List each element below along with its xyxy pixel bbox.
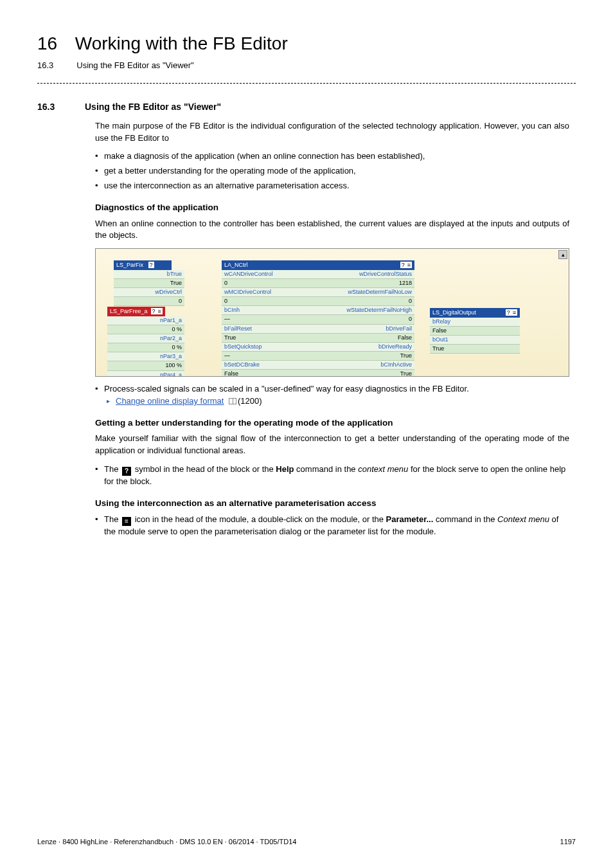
subchapter-number: 16.3 bbox=[37, 60, 53, 72]
chapter-number: 16 bbox=[37, 31, 57, 57]
diagnostics-heading: Diagnostics of the application bbox=[95, 201, 569, 214]
fb-row: bTrue bbox=[114, 270, 184, 279]
fb-row: True bbox=[318, 370, 414, 377]
ls-digitaloutput-header: LS_DigitalOutput ?≡ bbox=[430, 308, 520, 318]
getting-heading: Getting a better understanding for the o… bbox=[95, 417, 569, 429]
fb-row: — bbox=[222, 315, 318, 324]
fb-row: False bbox=[430, 327, 520, 336]
fb-row: bDriveReady bbox=[318, 343, 414, 352]
context-menu-italic: context menu bbox=[358, 464, 408, 474]
help-icon: ? bbox=[122, 467, 131, 476]
ls-digitaloutput-block: LS_DigitalOutput ?≡ bRelay False bOut1 T… bbox=[430, 308, 520, 354]
fb-row: wDriveControlStatus bbox=[318, 270, 414, 279]
fb-row: True bbox=[114, 279, 184, 288]
getting-bullets: The ? symbol in the head of the block or… bbox=[95, 464, 569, 488]
fb-row: wStateDetermFailNoHigh bbox=[318, 306, 414, 315]
fb-row: True bbox=[430, 345, 520, 354]
fb-row: bCInh bbox=[222, 306, 318, 315]
section-heading-row: 16.3 Using the FB Editor as "Viewer" bbox=[37, 100, 576, 113]
fb-row: — bbox=[222, 352, 318, 361]
fb-row: bRelay bbox=[430, 318, 520, 327]
intro-bullets: make a diagnosis of the application (whe… bbox=[95, 150, 569, 192]
fb-row: 100 % bbox=[107, 361, 184, 370]
context-menu-italic: Context menu bbox=[497, 514, 549, 524]
book-icon bbox=[229, 398, 236, 404]
change-display-format-link[interactable]: Change online display format bbox=[116, 396, 224, 406]
fb-row: wStateDetermFailNoLow bbox=[318, 288, 414, 297]
using-bullet: The ≡ icon in the head of the module, a … bbox=[95, 514, 569, 538]
footer-page-number: 1197 bbox=[560, 837, 576, 847]
fb-row: bFailReset bbox=[222, 325, 318, 334]
dashed-separator bbox=[37, 83, 576, 84]
la-nctrl-block: LA_NCtrl ?≡ wCANDriveControl 0 wMCIDrive… bbox=[222, 260, 414, 377]
using-heading: Using the interconnection as an alternat… bbox=[95, 497, 569, 510]
section-number: 16.3 bbox=[37, 100, 64, 113]
fb-row: nPar1_a bbox=[107, 316, 184, 325]
fb-row: 0 bbox=[222, 279, 318, 288]
fb-row: bCInhActive bbox=[318, 361, 414, 370]
parameter-bold: Parameter... bbox=[386, 514, 434, 524]
ls-parfix-block: LS_ParFix ? bTrue True wDriveCtrl 0 bbox=[114, 260, 184, 306]
fb-row: True bbox=[222, 334, 318, 343]
page-ref: 1200 bbox=[240, 396, 259, 406]
fb-row: 0 % bbox=[107, 325, 184, 334]
chapter-header: 16 Working with the FB Editor bbox=[37, 31, 576, 57]
help-bold: Help bbox=[276, 464, 294, 474]
fb-editor-screenshot: ▴ LS_ParFix ? bTrue True wDriveCtrl 0 LS… bbox=[95, 248, 569, 377]
parameter-icon: ≡ bbox=[122, 517, 131, 526]
getting-bullet: The ? symbol in the head of the block or… bbox=[95, 464, 569, 488]
fb-row: wMCIDriveControl bbox=[222, 288, 318, 297]
section-title: Using the FB Editor as "Viewer" bbox=[85, 100, 221, 113]
chapter-title: Working with the FB Editor bbox=[75, 33, 288, 53]
intro-bullet: make a diagnosis of the application (whe… bbox=[95, 150, 569, 163]
fb-row: wDriveCtrl bbox=[114, 288, 184, 297]
fb-row: 0 bbox=[318, 297, 414, 306]
getting-paragraph: Make yourself familiar with the signal f… bbox=[95, 433, 569, 457]
page-footer: Lenze · 8400 HighLine · Referenzhandbuch… bbox=[37, 837, 576, 847]
ls-parfree-block: LS_ParFree_a ?≡ nPar1_a 0 % nPar2_a 0 % … bbox=[107, 307, 184, 377]
diag-after-bullet: Process-scaled signals can be scaled in … bbox=[95, 383, 569, 408]
subchapter-title: Using the FB Editor as "Viewer" bbox=[76, 60, 193, 72]
ls-parfree-header: LS_ParFree_a ?≡ bbox=[107, 307, 165, 316]
fb-row: bSetQuickstop bbox=[222, 343, 318, 352]
fb-row: wCANDriveControl bbox=[222, 270, 318, 279]
subchapter-row: 16.3 Using the FB Editor as "Viewer" bbox=[37, 60, 576, 72]
la-nctrl-header: LA_NCtrl ?≡ bbox=[222, 260, 414, 270]
fb-row: False bbox=[222, 370, 318, 377]
fb-row: bSetDCBrake bbox=[222, 361, 318, 370]
footer-left: Lenze · 8400 HighLine · Referenzhandbuch… bbox=[37, 837, 296, 847]
ls-parfix-header: LS_ParFix ? bbox=[114, 260, 172, 270]
diag-after-bullets: Process-scaled signals can be scaled in … bbox=[95, 383, 569, 408]
intro-bullet: use the interconnection as an alternativ… bbox=[95, 180, 569, 192]
fb-row: 0 bbox=[114, 297, 184, 306]
fb-row: 0 bbox=[222, 297, 318, 306]
intro-bullet: get a better understanding for the opera… bbox=[95, 165, 569, 177]
fb-row: bDriveFail bbox=[318, 325, 414, 334]
fb-row: False bbox=[318, 334, 414, 343]
fb-row: nPar3_a bbox=[107, 352, 184, 361]
fb-row: nPar4_a bbox=[107, 371, 184, 377]
diagnostics-paragraph: When an online connection to the control… bbox=[95, 218, 569, 242]
fb-row: bOut1 bbox=[430, 336, 520, 345]
fb-row: nPar2_a bbox=[107, 334, 184, 343]
fb-row: 0 % bbox=[107, 343, 184, 352]
fb-row: True bbox=[318, 352, 414, 361]
fb-row: 1218 bbox=[318, 279, 414, 288]
using-bullets: The ≡ icon in the head of the module, a … bbox=[95, 514, 569, 538]
section-body: The main purpose of the FB Editor is the… bbox=[95, 120, 569, 538]
scroll-up-icon: ▴ bbox=[558, 250, 567, 259]
fb-row: 0 bbox=[318, 315, 414, 324]
intro-paragraph: The main purpose of the FB Editor is the… bbox=[95, 120, 569, 145]
